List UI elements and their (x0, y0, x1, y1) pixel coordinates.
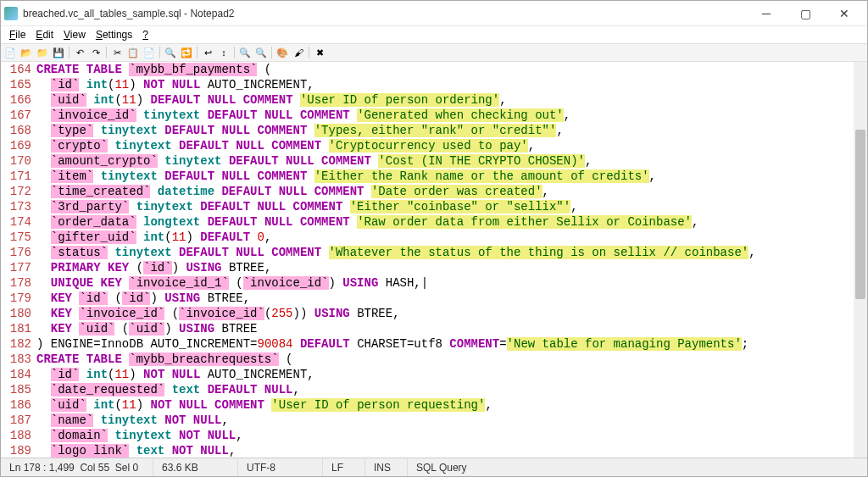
code-line[interactable]: 164CREATE TABLE `mybb_bf_payments` ( (1, 62, 854, 77)
line-code[interactable]: `name` tinytext NOT NULL, (36, 413, 854, 428)
code-line[interactable]: 183CREATE TABLE `mybb_breachrequests` ( (1, 352, 854, 367)
code-line[interactable]: 187 `name` tinytext NOT NULL, (1, 413, 854, 428)
line-code[interactable]: `uid` int(11) DEFAULT NULL COMMENT 'User… (36, 92, 854, 108)
line-code[interactable]: `gifter_uid` int(11) DEFAULT 0, (36, 230, 854, 245)
code-line[interactable]: 189 `logo link` text NOT NULL, (1, 443, 854, 458)
line-code[interactable]: CREATE TABLE `mybb_breachrequests` ( (36, 352, 854, 367)
code-line[interactable]: 188 `domain` tinytext NOT NULL, (1, 428, 854, 443)
code-line[interactable]: 181 KEY `uid` (`uid`) USING BTREE (1, 321, 854, 336)
toolbar-separator (69, 47, 70, 58)
code-line[interactable]: 180 KEY `invoice_id` (`invoice_id`(255))… (1, 306, 854, 321)
line-code[interactable]: UNIQUE KEY `invoice_id_1` (`invoice_id`)… (36, 275, 854, 291)
code-line[interactable]: 172 `time_created` datetime DEFAULT NULL… (1, 184, 854, 199)
line-number: 182 (1, 336, 36, 352)
code-line[interactable]: 167 `invoice_id` tinytext DEFAULT NULL C… (1, 108, 854, 123)
browse-icon[interactable]: 📁 (35, 45, 50, 60)
copy-icon[interactable]: 📋 (125, 45, 141, 60)
exit-icon[interactable]: ✖ (312, 45, 327, 60)
new-icon[interactable]: 📄 (3, 45, 18, 60)
code-line[interactable]: 171 `item` tinytext DEFAULT NULL COMMENT… (1, 169, 854, 184)
line-code[interactable]: `time_created` datetime DEFAULT NULL COM… (36, 184, 854, 199)
close-button[interactable]: ✕ (825, 2, 864, 25)
line-number: 177 (1, 260, 36, 275)
line-code[interactable]: KEY `invoice_id` (`invoice_id`(255)) USI… (36, 306, 854, 321)
line-code[interactable]: `invoice_id` tinytext DEFAULT NULL COMME… (36, 108, 854, 123)
line-number: 189 (1, 443, 36, 458)
scheme-icon[interactable]: 🎨 (275, 45, 290, 60)
code-line[interactable]: 179 KEY `id` (`id`) USING BTREE, (1, 291, 854, 306)
replace-icon[interactable]: 🔁 (179, 45, 194, 60)
zoomout-icon[interactable]: 🔍 (253, 45, 269, 60)
code-line[interactable]: 178 UNIQUE KEY `invoice_id_1` (`invoice_… (1, 275, 854, 291)
code-line[interactable]: 186 `uid` int(11) NOT NULL COMMENT 'User… (1, 397, 854, 413)
cut-icon[interactable]: ✂ (109, 45, 125, 60)
maximize-button[interactable]: ▢ (786, 2, 825, 25)
code-line[interactable]: 170 `amount_crypto` tinytext DEFAULT NUL… (1, 153, 854, 169)
line-code[interactable]: `domain` tinytext NOT NULL, (36, 428, 854, 443)
line-number: 181 (1, 321, 36, 336)
vertical-scrollbar[interactable] (854, 62, 867, 458)
line-code[interactable]: KEY `uid` (`uid`) USING BTREE (36, 321, 854, 336)
line-code[interactable]: CREATE TABLE `mybb_bf_payments` ( (36, 62, 854, 77)
line-code[interactable]: `id` int(11) NOT NULL AUTO_INCREMENT, (36, 77, 854, 92)
redo-icon[interactable]: ↷ (88, 45, 103, 60)
status-mode: INS (365, 458, 408, 476)
wrapline-icon[interactable]: ↕ (216, 45, 231, 60)
menubar: File Edit View Settings ? (1, 26, 867, 43)
line-number: 167 (1, 108, 36, 123)
code-editor[interactable]: 164CREATE TABLE `mybb_bf_payments` (165 … (1, 62, 867, 458)
line-code[interactable]: KEY `id` (`id`) USING BTREE, (36, 291, 854, 306)
line-number: 175 (1, 230, 36, 245)
line-code[interactable]: `uid` int(11) NOT NULL COMMENT 'User ID … (36, 397, 854, 413)
status-encoding: UTF-8 (238, 458, 323, 476)
code-line[interactable]: 166 `uid` int(11) DEFAULT NULL COMMENT '… (1, 92, 854, 108)
line-code[interactable]: ) ENGINE=InnoDB AUTO_INCREMENT=90084 DEF… (36, 336, 854, 352)
scroll-thumb[interactable] (855, 130, 865, 299)
line-code[interactable]: `3rd_party` tinytext DEFAULT NULL COMMEN… (36, 199, 854, 214)
find-icon[interactable]: 🔍 (163, 45, 178, 60)
line-code[interactable]: `crypto` tinytext DEFAULT NULL COMMENT '… (36, 138, 854, 153)
line-code[interactable]: `id` int(11) NOT NULL AUTO_INCREMENT, (36, 367, 854, 382)
line-number: 164 (1, 62, 36, 77)
line-code[interactable]: `item` tinytext DEFAULT NULL COMMENT 'Ei… (36, 169, 854, 184)
line-code[interactable]: PRIMARY KEY (`id`) USING BTREE, (36, 260, 854, 275)
save-icon[interactable]: 💾 (51, 45, 66, 60)
line-number: 187 (1, 413, 36, 428)
zoomin-icon[interactable]: 🔍 (237, 45, 253, 60)
line-code[interactable]: `amount_crypto` tinytext DEFAULT NULL CO… (36, 153, 854, 169)
scheme2-icon[interactable]: 🖌 (291, 45, 306, 60)
code-line[interactable]: 174 `order_data` longtext DEFAULT NULL C… (1, 214, 854, 230)
line-code[interactable]: `logo link` text NOT NULL, (36, 443, 854, 458)
menu-settings[interactable]: Settings (91, 27, 137, 42)
code-line[interactable]: 177 PRIMARY KEY (`id`) USING BTREE, (1, 260, 854, 275)
app-icon (4, 7, 18, 20)
line-code[interactable]: `status` tinytext DEFAULT NULL COMMENT '… (36, 245, 854, 260)
line-number: 172 (1, 184, 36, 199)
code-line[interactable]: 176 `status` tinytext DEFAULT NULL COMME… (1, 245, 854, 260)
line-number: 179 (1, 291, 36, 306)
line-code[interactable]: `type` tinytext DEFAULT NULL COMMENT 'Ty… (36, 123, 854, 138)
code-line[interactable]: 175 `gifter_uid` int(11) DEFAULT 0, (1, 230, 854, 245)
toolbar-separator (234, 47, 235, 58)
line-number: 188 (1, 428, 36, 443)
line-number: 166 (1, 92, 36, 108)
paste-icon[interactable]: 📄 (142, 45, 157, 60)
line-number: 184 (1, 367, 36, 382)
code-line[interactable]: 169 `crypto` tinytext DEFAULT NULL COMME… (1, 138, 854, 153)
code-line[interactable]: 182) ENGINE=InnoDB AUTO_INCREMENT=90084 … (1, 336, 854, 352)
minimize-button[interactable]: ─ (747, 2, 786, 25)
open-icon[interactable]: 📂 (19, 45, 34, 60)
line-code[interactable]: `date_requested` text DEFAULT NULL, (36, 382, 854, 397)
code-line[interactable]: 168 `type` tinytext DEFAULT NULL COMMENT… (1, 123, 854, 138)
menu-edit[interactable]: Edit (31, 27, 58, 42)
code-line[interactable]: 173 `3rd_party` tinytext DEFAULT NULL CO… (1, 199, 854, 214)
line-code[interactable]: `order_data` longtext DEFAULT NULL COMME… (36, 214, 854, 230)
menu-help[interactable]: ? (137, 27, 153, 42)
menu-view[interactable]: View (58, 27, 91, 42)
code-line[interactable]: 184 `id` int(11) NOT NULL AUTO_INCREMENT… (1, 367, 854, 382)
wordwrap-icon[interactable]: ↩ (200, 45, 215, 60)
undo-icon[interactable]: ↶ (72, 45, 87, 60)
code-line[interactable]: 185 `date_requested` text DEFAULT NULL, (1, 382, 854, 397)
menu-file[interactable]: File (4, 27, 31, 42)
code-line[interactable]: 165 `id` int(11) NOT NULL AUTO_INCREMENT… (1, 77, 854, 92)
